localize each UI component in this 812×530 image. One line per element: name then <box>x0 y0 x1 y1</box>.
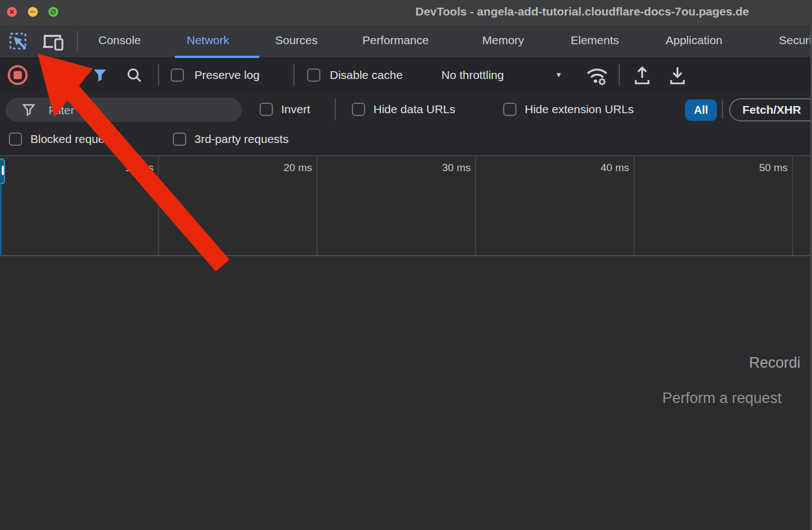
tab-security[interactable]: Security <box>779 34 812 47</box>
invert-label: Invert <box>281 103 310 116</box>
timeline-edge-badge-mark <box>2 166 4 175</box>
third-party-requests-checkbox[interactable] <box>173 132 186 146</box>
timeline-gridline <box>475 156 476 255</box>
record-network-log-button[interactable] <box>7 64 29 86</box>
inspect-cursor-icon <box>9 32 29 52</box>
tabbar-separator <box>77 31 78 51</box>
toolbar-separator <box>619 64 620 86</box>
zoom-window-icon[interactable] <box>48 7 59 17</box>
perform-request-message: Perform a request <box>662 390 782 407</box>
export-har-icon <box>668 65 687 86</box>
window-title: DevTools - angela-add-tutorial.cloudflar… <box>415 5 812 18</box>
filter-funnel-icon <box>92 67 108 83</box>
tab-application[interactable]: Application <box>666 34 723 47</box>
search-button[interactable] <box>126 67 143 83</box>
preserve-log-checkbox[interactable] <box>171 68 184 82</box>
network-requests-panel: Recordi Perform a request <box>0 256 812 530</box>
clear-network-log-button[interactable] <box>44 65 59 80</box>
minimize-window-icon[interactable] <box>28 7 38 17</box>
filter-funnel-small-icon <box>22 103 35 117</box>
blocked-requests-checkbox[interactable] <box>9 132 22 146</box>
network-filter-row: Filter Invert Hide data URLs Hide extens… <box>0 92 812 126</box>
disable-cache-checkbox[interactable] <box>307 68 320 82</box>
timeline-edge-badge <box>0 158 5 184</box>
filter-toggle-button[interactable] <box>92 67 108 83</box>
request-type-chip-fetch-xhr[interactable]: Fetch/XHR <box>729 98 812 121</box>
hide-data-urls-label: Hide data URLs <box>373 103 455 116</box>
tab-performance[interactable]: Performance <box>362 34 429 47</box>
toolbar-separator <box>77 64 78 86</box>
disable-cache-label: Disable cache <box>330 68 403 82</box>
import-har-icon <box>633 65 651 86</box>
export-har-button[interactable] <box>668 65 687 86</box>
network-filter-row-2: Blocked requests 3rd-party requests <box>0 126 812 155</box>
inspect-element-button[interactable] <box>9 32 29 52</box>
network-toolbar: Preserve log Disable cache No throttling… <box>0 58 812 92</box>
network-conditions-button[interactable] <box>585 65 609 87</box>
network-overview-timeline[interactable]: 10 ms 20 ms 30 ms 40 ms 50 ms <box>0 155 812 256</box>
blocked-requests-label: Blocked requests <box>30 132 119 146</box>
chip-separator <box>722 100 723 119</box>
timeline-gridline <box>317 156 318 255</box>
tab-sources[interactable]: Sources <box>275 34 318 47</box>
request-type-chip-all[interactable]: All <box>685 99 717 121</box>
toolbar-separator <box>158 64 159 86</box>
hide-extension-urls-label: Hide extension URLs <box>525 103 634 116</box>
clear-icon <box>44 65 59 80</box>
third-party-requests-label: 3rd-party requests <box>194 132 288 146</box>
hide-data-urls-checkbox[interactable] <box>352 103 365 116</box>
record-stop-icon <box>7 64 29 86</box>
devtools-window: DevTools - angela-add-tutorial.cloudflar… <box>0 0 812 530</box>
toolbar-separator <box>293 64 294 86</box>
timeline-tick-50ms: 50 ms <box>741 162 788 174</box>
timeline-tick-10ms: 10 ms <box>107 162 154 174</box>
filter-placeholder: Filter <box>49 104 75 117</box>
import-har-button[interactable] <box>633 65 651 86</box>
device-toolbar-icon <box>42 33 65 52</box>
timeline-tick-20ms: 20 ms <box>266 162 312 174</box>
timeline-tick-40ms: 40 ms <box>583 162 629 174</box>
filter-input[interactable]: Filter <box>6 98 242 122</box>
devtools-tabbar: Console Network Sources Performance Memo… <box>0 25 812 58</box>
timeline-tick-30ms: 30 ms <box>424 162 471 174</box>
wifi-gear-icon <box>585 65 609 87</box>
close-window-icon[interactable] <box>7 7 17 17</box>
window-titlebar: DevTools - angela-add-tutorial.cloudflar… <box>0 0 812 25</box>
timeline-edge-line <box>0 184 2 255</box>
throttling-caret-icon[interactable]: ▼ <box>555 71 562 79</box>
throttling-select[interactable]: No throttling <box>441 68 504 82</box>
filter-separator <box>335 98 336 120</box>
tab-elements[interactable]: Elements <box>571 34 619 47</box>
hide-extension-urls-checkbox[interactable] <box>503 103 516 116</box>
preserve-log-label: Preserve log <box>194 68 260 82</box>
toggle-device-toolbar-button[interactable] <box>42 33 65 52</box>
tab-memory[interactable]: Memory <box>482 34 524 47</box>
tab-network[interactable]: Network <box>187 34 229 47</box>
recording-message: Recordi <box>749 354 800 372</box>
timeline-gridline <box>158 156 159 255</box>
invert-checkbox[interactable] <box>260 103 273 116</box>
timeline-gridline <box>792 156 793 255</box>
tab-console[interactable]: Console <box>98 34 141 47</box>
search-icon <box>126 67 143 83</box>
timeline-gridline <box>634 156 635 255</box>
